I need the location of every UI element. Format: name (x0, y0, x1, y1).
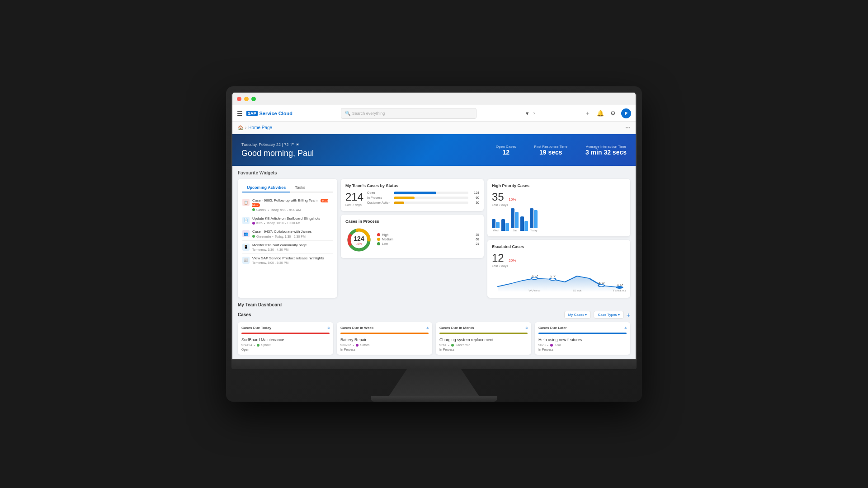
add-button[interactable]: + (583, 109, 592, 118)
bar-label: Wed (493, 229, 498, 232)
hero-stat-avg-interaction: Average Interaction Time 3 min 32 secs (585, 145, 627, 156)
right-widgets-column: High Priority Cases 35 -15% Last 7 days (487, 179, 630, 298)
hero-banner: Tuesday, February 22 | 72 °F ☀ Good morn… (232, 134, 636, 166)
more-options-icon[interactable]: ••• (625, 125, 630, 130)
search-icon: 🔍 (345, 111, 350, 116)
minimize-dot[interactable] (244, 97, 249, 101)
escalated-trend: -25% (508, 258, 516, 263)
status-bars: Open 124 In Process 60 (367, 191, 479, 206)
company-dot (356, 344, 359, 347)
tab-tasks[interactable]: Tasks (290, 183, 310, 192)
case-title: SurfBoard Maintenance (241, 338, 330, 342)
svg-text:19: 19 (598, 282, 605, 284)
nav-actions: + 🔔 ⚙ P (583, 108, 631, 118)
bar (492, 219, 495, 228)
bar (534, 210, 538, 228)
team-dashboard-header: My Team Dashboard (238, 302, 630, 307)
breadcrumb-page[interactable]: Home Page (248, 125, 272, 130)
search-placeholder: Search everything (352, 111, 385, 116)
my-cases-filter[interactable]: My Cases ▾ (564, 311, 591, 319)
status-row-inprocess: In Process 60 (367, 196, 479, 199)
kb-icon: 📄 (242, 217, 250, 224)
center-widgets-column: My Team's Cases by Status 214 Last 7 day… (341, 179, 484, 298)
activity-item: 👥 Case - 9437: Collaborate with James Gr… (242, 227, 333, 240)
escalated-cases-widget: Escalated Cases 12 -25% Last 7 days (487, 240, 630, 298)
case-meta: 924194 • Sprout (241, 343, 330, 347)
donut-container: 124 -4% High 35 (345, 226, 479, 253)
status-row-open: Open 124 (367, 191, 479, 194)
cases-total-section: 214 Last 7 days (345, 191, 363, 206)
case-count: 3 (328, 326, 330, 330)
svg-text:Sat: Sat (572, 290, 581, 292)
escalated-title: Escalated Cases (492, 244, 626, 249)
tab-upcoming-activities[interactable]: Upcoming Activities (242, 183, 290, 192)
search-bar[interactable]: 🔍 Search everything (341, 108, 476, 119)
escalated-chart: 10 17 19 19 Wed Sat Today (492, 269, 626, 293)
activities-list: 📋 Case - 9685: Follow-up with Billing Te… (242, 196, 333, 267)
forward-icon[interactable]: › (533, 111, 535, 116)
hero-greeting-section: Tuesday, February 22 | 72 °F ☀ Good morn… (241, 142, 496, 158)
maximize-dot[interactable] (251, 97, 256, 101)
case-meta: 938222 • Safara (340, 343, 429, 347)
avatar[interactable]: P (621, 108, 631, 118)
case-count: 4 (427, 326, 429, 330)
company-dot (252, 208, 255, 211)
column-title: Cases Due in Month (439, 326, 474, 330)
favourite-widgets-title: Favourite Widgets (238, 170, 630, 175)
bar-label: Sat (513, 229, 517, 232)
svg-point-8 (616, 286, 623, 289)
case-meta: 9023 • Kixo (538, 343, 627, 347)
bar-group-2 (501, 211, 509, 232)
high-priority-title: High Priority Cases (492, 183, 626, 188)
cases-period: Last 7 days (345, 203, 363, 206)
svg-point-5 (531, 277, 537, 280)
case-types-filter[interactable]: Case Types ▾ (594, 311, 623, 319)
activity-item: 📱 Monitor Kite Surf community page Tomor… (242, 241, 333, 254)
cases-total-number: 214 (345, 191, 363, 203)
priority-medium: Medium 68 (377, 238, 479, 241)
activity-title: View SAP Service Product release highlig… (252, 256, 333, 261)
activity-item: 📄 Update KB Article on Surfboard Slingsh… (242, 214, 333, 227)
activity-meta: Kixo • Today, 10:00 - 10:30 AM (252, 221, 333, 225)
svg-point-7 (598, 285, 604, 287)
case-title: Help using new features (538, 338, 627, 342)
bar (530, 208, 533, 228)
widgets-grid: Upcoming Activities Tasks 📋 Case (238, 179, 630, 298)
high-priority-chart: Wed (492, 209, 626, 232)
home-icon: 🏠 (238, 125, 243, 130)
svg-text:Wed: Wed (528, 290, 541, 292)
hero-date: Tuesday, February 22 | 72 °F ☀ (241, 142, 496, 147)
close-dot[interactable] (237, 97, 241, 101)
bar (505, 223, 509, 231)
company-dot (550, 344, 553, 347)
bell-icon[interactable]: 🔔 (596, 109, 605, 118)
navbar: ☰ SAP Service Cloud 🔍 Search everything … (232, 105, 636, 122)
release-icon: 📰 (242, 257, 250, 264)
add-case-button[interactable]: + (627, 311, 630, 319)
cases-due-today-column: Cases Due Today 3 SurfBoard Maintenance … (238, 322, 333, 355)
filter-group: My Cases ▾ Case Types ▾ + (564, 311, 630, 319)
activities-tab-bar: Upcoming Activities Tasks (242, 183, 333, 192)
activity-meta: Tomorrow, 3:30 - 4:30 PM (252, 248, 333, 251)
filter-icon[interactable]: ▼ (525, 111, 530, 116)
svg-point-6 (550, 278, 556, 281)
svg-text:Today: Today (612, 290, 626, 292)
status-indicator: In Process (340, 348, 429, 351)
case-meta: 9261 • Greenmile (439, 343, 528, 347)
sap-logo-text: SAP (246, 111, 258, 116)
bar-group-wed: Wed (492, 208, 500, 232)
cases-due-week-column: Cases Due in Week 4 Battery Repair 93822… (337, 322, 432, 355)
sap-logo: SAP Service Cloud (246, 111, 292, 116)
priority-high: High 35 (377, 233, 479, 236)
priority-low: Low 21 (377, 242, 479, 245)
settings-icon[interactable]: ⚙ (609, 109, 618, 118)
high-priority-widget: High Priority Cases 35 -15% Last 7 days (487, 179, 630, 236)
menu-icon[interactable]: ☰ (237, 110, 243, 117)
cases-due-later-column: Cases Due Later 4 Help using new feature… (535, 322, 630, 355)
hero-stat-first-response: First Response Time 19 secs (534, 145, 567, 156)
progress-bar (340, 333, 429, 334)
upcoming-activities-widget: Upcoming Activities Tasks 📋 Case (238, 179, 337, 298)
titlebar (232, 93, 636, 105)
activity-title: Monitor Kite Surf community page (252, 243, 333, 248)
case-title: Charging system replacement (439, 338, 528, 342)
